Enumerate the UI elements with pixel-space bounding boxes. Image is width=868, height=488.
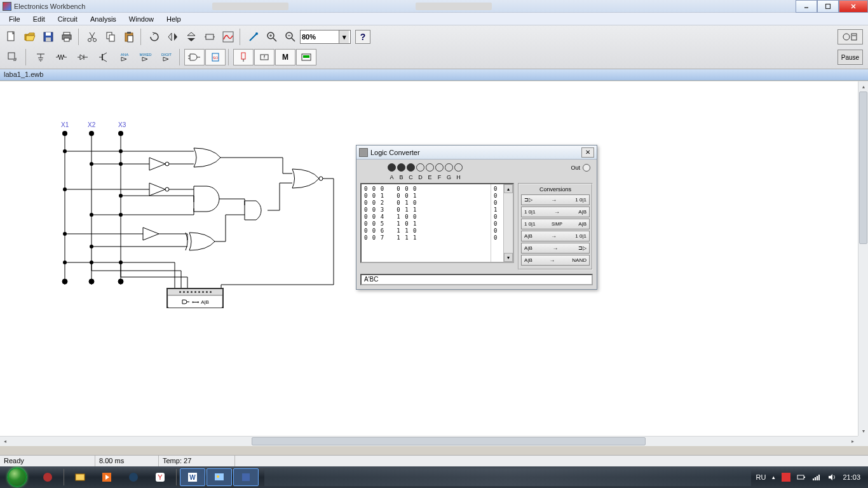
taskbar-app-2[interactable] [121, 468, 146, 486]
svg-marker-22 [187, 32, 195, 36]
controls-button[interactable]: f [254, 49, 275, 65]
taskbar-media[interactable] [94, 468, 119, 486]
basic-button[interactable] [51, 49, 72, 65]
circuit-canvas[interactable]: .w{stroke:#000;stroke-width:1;fill:none}… [0, 81, 858, 436]
tray-battery-icon[interactable] [797, 473, 806, 482]
digital-button[interactable]: DIGIT [156, 49, 177, 65]
svg-point-37 [843, 34, 850, 40]
conv-table-simp-expr[interactable]: 1 0|1SIMPA|B [521, 219, 590, 229]
tray-clock[interactable]: 21:03 [843, 473, 860, 481]
zoom-in-button[interactable] [263, 29, 281, 45]
probe-button[interactable] [245, 29, 262, 45]
zoom-out-button[interactable] [281, 29, 299, 45]
input-terminal-g[interactable] [445, 163, 453, 172]
zoom-select[interactable]: 80% ▾ [300, 30, 351, 44]
menu-help[interactable]: Help [160, 14, 187, 24]
svg-line-52 [102, 53, 107, 55]
tray-language[interactable]: RU [756, 473, 766, 481]
logic-converter-instrument[interactable]: ⟷ A|B [166, 288, 224, 308]
save-button[interactable] [39, 29, 57, 45]
input-terminals-row: Out [360, 163, 593, 172]
app-title: Electronics Workbench [14, 3, 85, 10]
dialog-titlebar[interactable]: Logic Converter ✕ [356, 146, 597, 159]
app-icon [3, 2, 11, 11]
svg-point-140 [129, 473, 138, 482]
scroll-corner [858, 436, 868, 446]
maximize-button[interactable] [817, 0, 839, 13]
horizontal-scrollbar[interactable]: ◂ ▸ [0, 436, 858, 446]
input-terminal-h[interactable] [454, 163, 463, 172]
taskbar-explorer[interactable] [67, 468, 93, 486]
components-favorites[interactable] [3, 49, 23, 65]
input-terminal-d[interactable] [416, 163, 424, 172]
flip-v-button[interactable] [182, 29, 200, 45]
menu-file[interactable]: File [3, 14, 27, 24]
svg-line-53 [102, 59, 107, 62]
input-terminal-e[interactable] [426, 163, 434, 172]
svg-rect-148 [782, 473, 790, 482]
input-terminal-a[interactable] [388, 163, 396, 172]
svg-point-29 [255, 32, 258, 35]
svg-rect-68 [303, 55, 309, 58]
dialog-close-button[interactable]: ✕ [581, 147, 594, 158]
taskbar-pictures[interactable] [207, 468, 232, 486]
svg-point-136 [43, 473, 52, 482]
analog-button[interactable]: ANA [114, 49, 135, 65]
mixed-button[interactable]: MIXED [135, 49, 156, 65]
svg-rect-153 [817, 476, 818, 480]
new-button[interactable] [3, 29, 20, 45]
conv-expr-to-table[interactable]: A|B→1 0|1 [521, 231, 590, 241]
copy-button[interactable] [102, 29, 119, 45]
start-button[interactable] [0, 466, 34, 488]
sources-button[interactable] [31, 49, 51, 65]
input-terminal-b[interactable] [397, 163, 405, 172]
subcircuit-button[interactable] [201, 29, 219, 45]
conv-table-to-expr[interactable]: 1 0|1→A|B [521, 207, 590, 217]
digital-ic-button[interactable]: SO [205, 49, 226, 65]
flip-h-button[interactable] [164, 29, 182, 45]
diodes-button[interactable] [72, 49, 93, 65]
open-button[interactable] [21, 29, 39, 45]
document-filename: laba1_1.ewb [4, 71, 43, 78]
menu-edit[interactable]: Edit [27, 14, 51, 24]
display-toggle[interactable] [837, 29, 863, 44]
svg-text:SO: SO [213, 56, 219, 60]
taskbar-word[interactable]: W [180, 468, 205, 486]
menu-analysis[interactable]: Analysis [84, 14, 123, 24]
help-button[interactable]: ? [355, 30, 370, 44]
logic-gates-button[interactable] [184, 49, 205, 65]
zoom-value: 80% [302, 33, 316, 41]
truth-table-scrollbar[interactable]: ▴ ▾ [503, 184, 513, 262]
input-terminal-f[interactable] [435, 163, 444, 172]
tray-arrow-icon[interactable]: ▴ [772, 474, 775, 480]
rotate-button[interactable] [146, 29, 163, 45]
input-labels-row: AB CD EF GH [360, 174, 593, 180]
vertical-scrollbar[interactable]: ▴ ▾ [858, 81, 868, 436]
taskbar-browser[interactable]: Y [147, 468, 173, 486]
paste-button[interactable] [120, 29, 138, 45]
graph-button[interactable] [219, 29, 237, 45]
conv-circuit-to-table[interactable]: ⊐▷→1 0|1 [521, 194, 590, 205]
taskbar-ewb[interactable] [233, 468, 259, 486]
taskbar-app-1[interactable] [35, 468, 60, 486]
pause-button[interactable]: Pause [837, 50, 863, 65]
instruments-button[interactable] [296, 49, 316, 65]
tray-volume-icon[interactable] [827, 473, 836, 482]
conv-expr-to-nand[interactable]: A|B→NAND [521, 255, 590, 266]
indicators-button[interactable] [233, 49, 254, 65]
transistors-button[interactable] [93, 49, 114, 65]
tray-flag-icon[interactable] [782, 473, 790, 482]
output-terminal[interactable] [583, 164, 590, 172]
input-terminal-c[interactable] [407, 163, 415, 172]
menu-window[interactable]: Window [123, 14, 160, 24]
menu-circuit[interactable]: Circuit [51, 14, 84, 24]
minimize-button[interactable] [796, 0, 817, 13]
cut-button[interactable] [83, 29, 101, 45]
tray-network-icon[interactable] [812, 473, 821, 482]
expression-input[interactable]: A'BC [360, 274, 593, 285]
close-button[interactable] [839, 0, 868, 13]
misc-button[interactable]: M [275, 49, 295, 65]
print-button[interactable] [58, 29, 76, 45]
conv-expr-to-circuit[interactable]: A|B→⊐▷ [521, 243, 590, 254]
svg-marker-56 [163, 57, 168, 61]
